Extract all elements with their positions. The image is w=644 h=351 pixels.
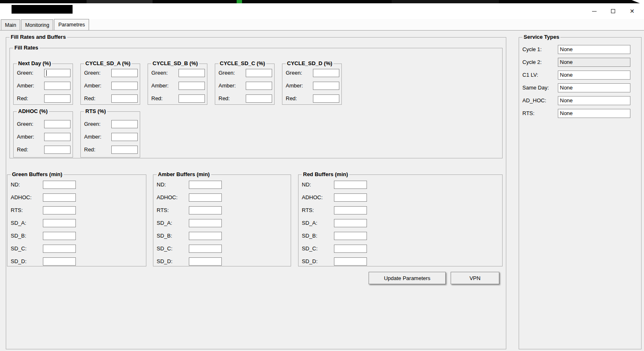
field-row: SD_A:: [153, 217, 291, 229]
vpn-button[interactable]: VPN: [451, 272, 499, 284]
service-row: RTS:: [519, 107, 641, 120]
green-buffers-sd-d-input[interactable]: [43, 257, 76, 266]
amber-label: Amber:: [17, 134, 34, 140]
adhoc-label: ADHOC:: [157, 194, 189, 200]
cycle-sd-d-amber-input[interactable]: [313, 82, 339, 90]
field-row: ADHOC:: [153, 191, 291, 204]
field-row: Red:: [215, 92, 274, 105]
titlebar: ✕: [0, 3, 644, 19]
field-row: Green:: [215, 66, 274, 79]
cycle-sd-a-red-input[interactable]: [111, 94, 138, 103]
field-row: SD_B:: [298, 229, 502, 242]
cycle-sd-c-green-input[interactable]: [246, 69, 272, 77]
field-row: Amber:: [81, 130, 140, 143]
maximize-button[interactable]: [604, 3, 623, 19]
rate-group-cycle-sd-b: CYCLE_SD_B (%) Green: Amber: Red:: [148, 64, 207, 105]
cycle-sd-b-amber-input[interactable]: [179, 82, 205, 90]
ad-hoc-field[interactable]: [558, 96, 630, 105]
red-buffers-sd-b-input[interactable]: [334, 232, 367, 240]
amber-buffers-sd-b-input[interactable]: [189, 232, 222, 240]
green-buffers-sd-a-input[interactable]: [43, 219, 76, 227]
sd-a-label: SD_A:: [11, 220, 43, 226]
amber-buffers-sd-c-input[interactable]: [189, 245, 222, 253]
red-label: Red:: [84, 95, 95, 101]
amber-buffers-sd-d-input[interactable]: [189, 257, 222, 266]
minimize-icon: [592, 11, 597, 12]
amber-buffers-rts-input[interactable]: [189, 206, 222, 214]
green-buffers-rts-input[interactable]: [43, 206, 76, 214]
green-buffers-adhoc-input[interactable]: [43, 193, 76, 202]
rts-green-input[interactable]: [111, 120, 138, 128]
next-day-green-input[interactable]: [44, 69, 71, 77]
cycle-1-field[interactable]: [558, 45, 630, 54]
group-title: CYCLE_SD_D (%): [286, 60, 334, 67]
cycle-sd-b-red-input[interactable]: [179, 94, 205, 103]
tab-main[interactable]: Main: [1, 19, 20, 30]
field-row: Red:: [282, 92, 341, 105]
cycle-sd-d-green-input[interactable]: [313, 69, 339, 77]
field-row: Green:: [14, 118, 73, 130]
next-day-amber-input[interactable]: [44, 82, 71, 90]
group-title: RTS (%): [84, 108, 107, 115]
amber-buffers-group: Amber Buffers (min) ND: ADHOC: RTS: SD_A…: [153, 174, 291, 266]
rate-group-rts: RTS (%) Green: Amber: Red:: [80, 111, 140, 158]
close-button[interactable]: ✕: [623, 3, 642, 19]
red-buffers-nd-input[interactable]: [334, 181, 367, 189]
amber-buffers-nd-input[interactable]: [189, 181, 222, 189]
rts-red-input[interactable]: [111, 146, 138, 154]
sd-d-label: SD_D:: [11, 258, 43, 264]
red-label: Red:: [17, 146, 28, 153]
red-buffers-adhoc-input[interactable]: [334, 193, 367, 202]
field-row: Green:: [14, 66, 73, 79]
amber-buffers-sd-a-input[interactable]: [189, 219, 222, 227]
sd-d-label: SD_D:: [302, 258, 334, 264]
cycle-sd-c-red-input[interactable]: [246, 94, 272, 103]
same-day-field[interactable]: [558, 83, 630, 92]
service-types-title: Service Types: [522, 34, 560, 40]
cycle-sd-c-amber-input[interactable]: [246, 82, 272, 90]
service-row: Cycle 1:: [519, 43, 641, 56]
red-buffers-sd-a-input[interactable]: [334, 219, 367, 227]
adhoc-label: ADHOC:: [11, 194, 43, 200]
tab-monitoring[interactable]: Monitoring: [21, 19, 53, 30]
field-row: Green:: [81, 118, 140, 130]
tab-parametres[interactable]: Parametres: [54, 19, 89, 30]
update-parameters-button[interactable]: Update Parameters: [369, 272, 446, 284]
green-buffers-nd-input[interactable]: [43, 181, 76, 189]
field-row: Red:: [81, 143, 140, 156]
next-day-red-input[interactable]: [44, 94, 71, 103]
fill-rates-row-1: Next Day (%) Green: Amber:: [13, 64, 342, 105]
red-buffers-sd-c-input[interactable]: [334, 245, 367, 253]
rts-amber-input[interactable]: [111, 133, 138, 141]
amber-label: Amber:: [151, 82, 169, 89]
minimize-button[interactable]: [585, 3, 604, 19]
green-buffers-sd-b-input[interactable]: [43, 232, 76, 240]
adhoc-green-input[interactable]: [44, 120, 71, 128]
amber-buffers-adhoc-input[interactable]: [189, 193, 222, 202]
sd-c-label: SD_C:: [11, 245, 43, 252]
c1-lv-field[interactable]: [558, 71, 630, 80]
field-row: RTS:: [153, 204, 291, 217]
background-strip-green-segment: [237, 0, 242, 3]
cycle-sd-d-red-input[interactable]: [313, 94, 339, 103]
window-controls: ✕: [585, 3, 642, 19]
fill-rates-title: Fill Rates: [13, 45, 40, 51]
cycle-sd-a-amber-input[interactable]: [111, 82, 138, 90]
red-buffers-sd-d-input[interactable]: [334, 257, 367, 266]
rts-field[interactable]: [558, 109, 630, 118]
same-day-label: Same Day:: [522, 85, 558, 91]
adhoc-red-input[interactable]: [44, 146, 71, 154]
rts-label: RTS:: [157, 207, 189, 213]
red-label: Red:: [151, 95, 162, 101]
adhoc-amber-input[interactable]: [44, 133, 71, 141]
red-buffers-rts-input[interactable]: [334, 206, 367, 214]
cycle-sd-a-green-input[interactable]: [111, 69, 138, 77]
cycle-sd-b-green-input[interactable]: [179, 69, 205, 77]
cycle-2-field[interactable]: [558, 58, 630, 67]
service-row: AD_HOC:: [519, 94, 641, 107]
service-row: Same Day:: [519, 81, 641, 94]
field-row: ADHOC:: [298, 191, 502, 204]
green-buffers-sd-c-input[interactable]: [43, 245, 76, 253]
sd-b-label: SD_B:: [302, 233, 334, 239]
field-row: SD_D:: [298, 255, 502, 268]
